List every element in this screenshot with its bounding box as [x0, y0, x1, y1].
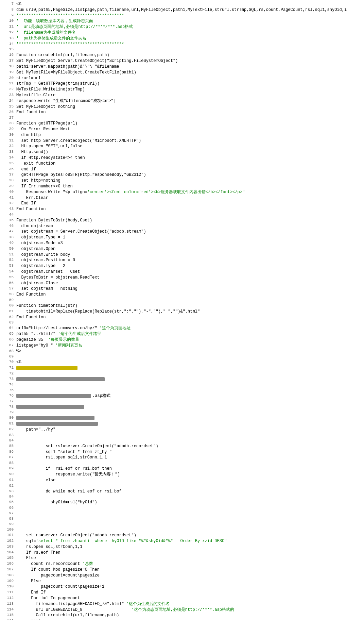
table-row: 93 do while not rs1.eof or rs1.bof: [3, 489, 361, 495]
line-number: 112: [3, 596, 14, 601]
line-number: 47: [3, 229, 14, 234]
table-row: 21strTmp = GetHTTPPage(trim(strurl)): [3, 81, 361, 87]
line-number: 26: [3, 110, 14, 115]
table-row: 114 url=url0&REDACTED_8 '这个为动态页面地址,必须是ht…: [3, 607, 361, 613]
line-number: 87: [3, 455, 14, 460]
line-number: 106: [3, 561, 14, 566]
table-row: 102 sql='select * from zhuanti where hyO…: [3, 538, 361, 544]
table-row: 74: [3, 382, 361, 388]
table-row: 61 timetohtmll=Replace(Replace(Replace(s…: [3, 309, 361, 315]
line-number: 37: [3, 172, 14, 177]
line-number: 35: [3, 161, 14, 166]
table-row: 58End Function: [3, 292, 361, 298]
line-number: 103: [3, 544, 14, 549]
table-row: 73: [3, 376, 361, 382]
line-number: 72: [3, 371, 14, 376]
line-number: 48: [3, 235, 14, 240]
table-row: 99: [3, 522, 361, 527]
line-number: 78: [3, 404, 14, 409]
table-row: 24response.write "生成"&filename&"成功<br>"]: [3, 98, 361, 104]
line-number: 104: [3, 550, 14, 555]
line-number: 86: [3, 449, 14, 454]
table-row: 104 If rs.eof Then: [3, 550, 361, 556]
line-number: 108: [3, 573, 14, 578]
table-row: 64url0="http://test.comserv.cn/hy/" '这个为…: [3, 325, 361, 331]
table-row: 91 else: [3, 477, 361, 483]
line-number: 31: [3, 138, 14, 143]
line-number: 82: [3, 427, 14, 432]
line-number: 62: [3, 315, 14, 320]
line-number: 51: [3, 252, 14, 257]
line-number: 100: [3, 527, 14, 532]
line-number: 111: [3, 590, 14, 595]
line-number: 33: [3, 149, 14, 154]
line-number: 116: [3, 618, 14, 620]
table-row: 50 objstream.Open: [3, 246, 361, 252]
line-number: 95: [3, 500, 14, 505]
line-number: 8: [3, 7, 14, 12]
table-row: 110 pagecount=count\pagesize+1: [3, 584, 361, 590]
line-number: 38: [3, 178, 14, 183]
line-number: 80: [3, 415, 14, 420]
table-row: 25Set MyFileObject=nothing: [3, 104, 361, 110]
table-row: 85 set rs1=server.CreateObject("adodb.re…: [3, 443, 361, 449]
table-row: 80: [3, 415, 361, 421]
line-number: 20: [3, 76, 14, 81]
line-number: 74: [3, 382, 14, 387]
line-number: 105: [3, 555, 14, 560]
table-row: 76.asp格式: [3, 393, 361, 399]
table-row: 42 End If: [3, 201, 361, 206]
table-row: 55 BytesToBstr = objstream.ReadText: [3, 275, 361, 281]
line-number: 21: [3, 81, 14, 86]
table-row: 107 If count Mod pagesize=0 Then: [3, 567, 361, 573]
table-row: 112 For i=1 To pagecount: [3, 596, 361, 601]
table-row: 13' path为存储生成后文件的文件夹名: [3, 36, 361, 41]
line-number: 114: [3, 607, 14, 612]
table-row: 71: [3, 365, 361, 371]
line-number: 115: [3, 613, 14, 618]
line-number: 19: [3, 70, 14, 75]
table-row: 90 response.write("暂无内容！"): [3, 472, 361, 477]
line-number: 58: [3, 292, 14, 297]
table-row: 36 end if: [3, 167, 361, 172]
line-number: 83: [3, 433, 14, 438]
line-number: 98: [3, 516, 14, 521]
table-row: 77: [3, 399, 361, 404]
table-row: 48 objstream.Type = 1: [3, 235, 361, 240]
table-row: 105 Else: [3, 555, 361, 561]
table-row: 8dim url0,path5,PageSize,listpage,path,f…: [3, 7, 361, 13]
line-number: 23: [3, 93, 14, 98]
line-number: 99: [3, 522, 14, 527]
line-number: 54: [3, 269, 14, 274]
table-row: 16Function createhtml(url,filename,path): [3, 52, 361, 58]
table-row: 38 set http=nothing: [3, 178, 361, 184]
line-number: 88: [3, 460, 14, 466]
table-row: 45Function BytesToBstr(body,Cset): [3, 218, 361, 223]
line-number: 77: [3, 399, 14, 404]
table-row: 106 count=rs.recordcount '总数: [3, 561, 361, 567]
table-row: 62End Function: [3, 315, 361, 320]
table-row: 59: [3, 298, 361, 303]
table-row: 92: [3, 483, 361, 489]
line-number: 68: [3, 349, 14, 354]
table-row: 10' 功能：读取数据库内容，生成静态页面: [3, 18, 361, 24]
line-number: 43: [3, 206, 14, 212]
line-number: 97: [3, 511, 14, 516]
line-number: 22: [3, 87, 14, 92]
line-number: 14: [3, 41, 14, 47]
table-row: 115 Call createhtml(url,filename,path): [3, 613, 361, 618]
line-number: 44: [3, 212, 14, 217]
table-row: 7<%: [3, 1, 361, 7]
table-row: 31 set http=Server.createobject("Microso…: [3, 138, 361, 144]
table-row: 19Set MyTextFile=MyFileObject.CreateText…: [3, 70, 361, 76]
table-row: 17Set MyFileObject=Server.CreateObject("…: [3, 58, 361, 64]
line-number: 91: [3, 477, 14, 483]
table-row: 82 path="../hy": [3, 427, 361, 433]
table-row: 53 objstream.Type = 2: [3, 263, 361, 269]
line-number: 17: [3, 58, 14, 63]
table-row: 34 if Http.readystate<>4 then: [3, 155, 361, 161]
line-number: 50: [3, 246, 14, 251]
table-row: 63: [3, 320, 361, 325]
table-row: 52 objstream.Position = 0: [3, 257, 361, 263]
table-row: 44: [3, 212, 361, 218]
